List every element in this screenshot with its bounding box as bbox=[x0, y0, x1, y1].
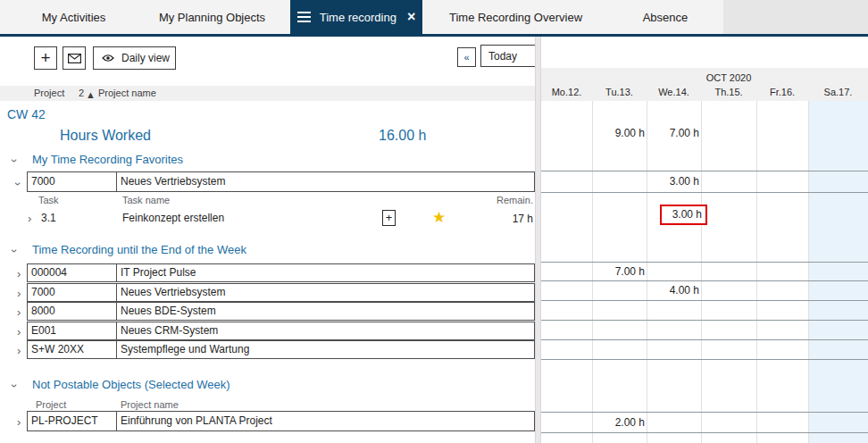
tab-time-recording[interactable]: Time recording × bbox=[290, 0, 422, 34]
chevron-down-icon[interactable]: › bbox=[9, 249, 21, 253]
project-row[interactable]: 000004 IT Project Pulse bbox=[27, 263, 535, 282]
previous-week-button[interactable]: « bbox=[457, 47, 476, 67]
project-name[interactable]: Neues CRM-System bbox=[121, 324, 218, 337]
calendar-pane: OCT 2020 Mo.12. Tu.13. We.14. Th.15. Fr.… bbox=[541, 0, 868, 443]
chevron-down-icon[interactable]: › bbox=[9, 384, 21, 388]
project-code[interactable]: PL-PROJECT bbox=[31, 414, 98, 427]
chevron-right-icon[interactable]: › bbox=[17, 416, 21, 428]
favorite-project-row[interactable]: 7000 Neues Vertriebsystem bbox=[27, 171, 535, 192]
tab-my-activities[interactable]: My Activities bbox=[9, 0, 138, 34]
column-header-project-name[interactable]: Project name bbox=[98, 88, 156, 98]
task-id[interactable]: 3.1 bbox=[41, 212, 56, 224]
hours-cell-we[interactable]: 3.00 h bbox=[647, 175, 701, 188]
project-code[interactable]: 000004 bbox=[31, 266, 67, 279]
triangle-up-icon: ▲ bbox=[86, 89, 96, 100]
plus-icon: + bbox=[40, 48, 50, 68]
task-remaining-hours: 17 h bbox=[402, 213, 533, 225]
chevron-down-icon[interactable]: › bbox=[9, 159, 21, 163]
task-name[interactable]: Feinkonzept erstellen bbox=[122, 212, 224, 224]
month-label: OCT 2020 bbox=[690, 72, 767, 83]
plus-icon: + bbox=[386, 211, 393, 224]
project-row[interactable]: 7000 Neues Vertriebsystem bbox=[27, 283, 535, 302]
tab-label: Time recording bbox=[320, 11, 396, 24]
project-name[interactable]: IT Project Pulse bbox=[121, 266, 196, 279]
hours-cell-we[interactable]: 4.00 h bbox=[647, 284, 701, 297]
project-code[interactable]: S+W 20XX bbox=[31, 343, 84, 355]
hamburger-icon[interactable] bbox=[297, 9, 311, 25]
highlighted-hours-cell-we[interactable]: 3.00 h bbox=[660, 205, 707, 225]
project-name[interactable]: Systempflege und Wartung bbox=[121, 343, 249, 355]
project-name[interactable]: Neues BDE-System bbox=[121, 305, 216, 317]
project-code[interactable]: 7000 bbox=[31, 175, 55, 188]
chevron-right-icon[interactable]: › bbox=[28, 213, 31, 224]
project-row[interactable]: E001 Neues CRM-System bbox=[27, 322, 535, 340]
project-code[interactable]: E001 bbox=[31, 324, 56, 337]
day-header-sa[interactable]: Sa.17. bbox=[808, 87, 868, 97]
project-name[interactable]: Neues Vertriebsystem bbox=[121, 286, 225, 298]
column-header-remaining: Remain. bbox=[402, 195, 533, 205]
table-column-header: Project 2 ▲ Project name bbox=[0, 86, 535, 101]
tab-my-planning-objects[interactable]: My Planning Objects bbox=[138, 0, 286, 34]
project-row[interactable]: 8000 Neues BDE-System bbox=[27, 302, 535, 321]
calendar-week-label: CW 42 bbox=[7, 107, 46, 121]
project-name[interactable]: Neues Vertriebsystem bbox=[121, 175, 225, 188]
hours-cell-tu[interactable]: 9.00 h bbox=[592, 127, 647, 139]
day-header-fr[interactable]: Fr.16. bbox=[756, 87, 808, 97]
pane-splitter[interactable] bbox=[535, 37, 541, 443]
tab-label: My Planning Objects bbox=[159, 11, 265, 24]
chevron-right-icon[interactable]: › bbox=[17, 288, 21, 299]
today-label: Today bbox=[488, 50, 517, 63]
weekend-column-background bbox=[808, 101, 868, 443]
hours-cell-tu[interactable]: 7.00 h bbox=[592, 265, 647, 278]
eye-icon bbox=[102, 54, 114, 63]
mail-button[interactable] bbox=[63, 46, 86, 70]
day-header-mo[interactable]: Mo.12. bbox=[541, 87, 592, 97]
column-header-task-name: Task name bbox=[122, 195, 170, 205]
hours-worked-label: Hours Worked bbox=[60, 128, 151, 144]
project-row[interactable]: PL-PROJECT Einführung von PLANTA Project bbox=[27, 411, 535, 431]
day-header-tu[interactable]: Tu.13. bbox=[592, 87, 647, 97]
project-code[interactable]: 7000 bbox=[31, 286, 55, 298]
project-code[interactable]: 8000 bbox=[31, 305, 55, 317]
hours-worked-total: 16.00 h bbox=[379, 128, 426, 144]
day-header-th[interactable]: Th.15. bbox=[701, 87, 756, 97]
time-recording-screen: My Activities My Planning Objects Time r… bbox=[0, 0, 868, 443]
column-header-task: Task bbox=[38, 195, 59, 205]
hours-cell-tu[interactable]: 2.00 h bbox=[592, 416, 647, 429]
close-icon[interactable]: × bbox=[407, 9, 415, 25]
chevron-right-icon[interactable]: › bbox=[17, 326, 21, 338]
today-button[interactable]: Today bbox=[480, 45, 537, 67]
chevron-right-icon[interactable]: › bbox=[17, 345, 21, 356]
section-title-favorites[interactable]: My Time Recording Favorites bbox=[32, 153, 183, 166]
sort-order-number[interactable]: 2 bbox=[79, 88, 84, 98]
section-title-week-recording[interactable]: Time Recording until the End of the Week bbox=[32, 243, 246, 256]
chevron-right-icon[interactable]: › bbox=[17, 306, 21, 318]
day-header-we[interactable]: We.14. bbox=[647, 87, 701, 97]
column-header-project[interactable]: Project bbox=[34, 88, 64, 98]
hours-cell-we[interactable]: 7.00 h bbox=[647, 127, 701, 139]
tab-label: My Activities bbox=[42, 11, 106, 24]
daily-view-button[interactable]: Daily view bbox=[93, 46, 176, 70]
project-name[interactable]: Einführung von PLANTA Project bbox=[121, 414, 272, 427]
chevron-down-icon[interactable]: › bbox=[13, 182, 24, 186]
section-title-not-postable[interactable]: Not Postable Objects (Selected Week) bbox=[32, 378, 230, 391]
chevron-double-left-icon: « bbox=[463, 52, 469, 63]
add-button[interactable]: + bbox=[34, 46, 57, 70]
column-header-project: Project bbox=[36, 399, 66, 410]
column-header-project-name: Project name bbox=[121, 399, 179, 410]
add-booking-button[interactable]: + bbox=[382, 210, 396, 226]
chevron-right-icon[interactable]: › bbox=[17, 268, 21, 280]
envelope-icon bbox=[68, 54, 81, 63]
daily-view-label: Daily view bbox=[121, 52, 170, 64]
project-row[interactable]: S+W 20XX Systempflege und Wartung bbox=[27, 340, 535, 359]
